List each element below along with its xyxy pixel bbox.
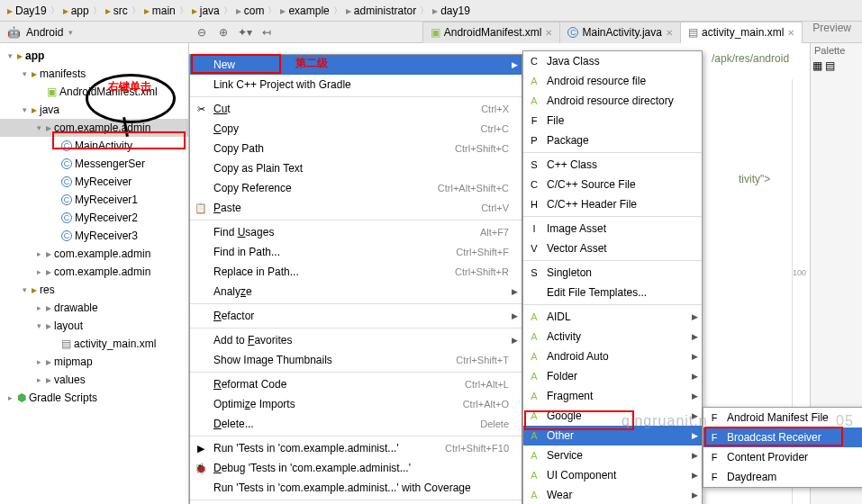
menu-icon: S (528, 266, 540, 279)
menu-item[interactable]: FAndroid Manifest File (703, 408, 862, 428)
menu-item[interactable]: Optimize ImportsCtrl+Alt+O (190, 394, 522, 414)
crumb-7[interactable]: ▸administrator (344, 4, 418, 17)
menu-item[interactable]: Find UsagesAlt+F7 (190, 222, 522, 242)
tree-class[interactable]: CMessengerSer (0, 155, 188, 173)
menu-item[interactable]: AWear▶ (523, 485, 702, 504)
module-selector[interactable]: Android (26, 26, 63, 39)
menu-item[interactable]: AFragment▶ (523, 386, 702, 406)
tree-package[interactable]: ▸▸com.example.admin (0, 245, 188, 263)
tab-activity-main[interactable]: ▤activity_main.xml✕ (680, 22, 803, 43)
crumb-4[interactable]: ▸java (190, 4, 222, 17)
menu-item[interactable]: AGoogle▶ (523, 406, 702, 426)
menu-item[interactable]: VVector Asset (523, 238, 702, 258)
crumb-1[interactable]: ▸app (61, 4, 91, 17)
menu-item[interactable]: 📋PasteCtrl+V (190, 198, 522, 218)
crumb-0[interactable]: ▸Day19 (5, 4, 49, 17)
menu-icon: A (528, 489, 540, 501)
menu-item[interactable]: Run 'Tests in 'com.example.administ...' … (190, 478, 522, 498)
menu-item[interactable]: Copy ReferenceCtrl+Alt+Shift+C (190, 178, 522, 198)
tab-manifest[interactable]: ▣AndroidManifest.xml✕ (422, 22, 561, 43)
tree-class[interactable]: CMyReceiver (0, 173, 188, 191)
list-icon[interactable]: ▤ (825, 59, 835, 72)
menu-item[interactable]: CJava Class (523, 51, 702, 71)
tree-values[interactable]: ▸▸values (0, 371, 188, 389)
menu-item[interactable]: FContent Provider (703, 447, 862, 467)
menu-item[interactable]: CC/C++ Source File (523, 175, 702, 194)
breadcrumb: ▸Day19〉 ▸app〉 ▸src〉 ▸main〉 ▸java〉 ▸com〉 … (0, 0, 862, 22)
menu-icon: A (528, 449, 540, 462)
tree-package[interactable]: ▾▸com.example.admin (0, 119, 188, 137)
menu-item[interactable]: Replace in Path...Ctrl+Shift+R (190, 262, 522, 282)
crumb-6[interactable]: ▸example (278, 4, 331, 17)
menu-item[interactable]: FBroadcast Receiver (703, 428, 862, 447)
crumb-8[interactable]: ▸day19 (431, 4, 472, 17)
menu-item[interactable]: Edit File Templates... (523, 283, 702, 302)
settings-icon[interactable]: ✦▾ (238, 25, 252, 40)
menu-item[interactable]: 🐞Debug 'Tests in 'com.example.administ..… (190, 458, 522, 478)
menu-item[interactable]: Copy as Plain Text (190, 158, 522, 178)
crumb-5[interactable]: ▸com (234, 4, 267, 17)
tree-java[interactable]: ▾▸java (0, 101, 188, 119)
crumb-2[interactable]: ▸src (104, 4, 130, 17)
menu-item[interactable]: ✂CutCtrl+X (190, 99, 522, 119)
tree-class[interactable]: CMyReceiver3 (0, 227, 188, 245)
tree-manifest-file[interactable]: ▣AndroidManifest.xml (0, 83, 188, 101)
menu-item[interactable]: CopyCtrl+C (190, 119, 522, 139)
menu-item[interactable]: Refactor▶ (190, 306, 522, 326)
menu-item[interactable]: New▶ (190, 55, 522, 75)
menu-item[interactable]: AAIDL▶ (523, 307, 702, 327)
menu-icon: F (708, 411, 721, 424)
tree-gradle[interactable]: ▸⬢Gradle Scripts (0, 389, 188, 407)
menu-item[interactable]: AOther▶ (523, 426, 702, 446)
menu-item[interactable]: AService▶ (523, 446, 702, 465)
tab-mainactivity[interactable]: CMainActivity.java✕ (559, 22, 680, 43)
menu-item[interactable]: AFolder▶ (523, 366, 702, 386)
tree-class[interactable]: CMyReceiver1 (0, 191, 188, 209)
close-icon[interactable]: ✕ (787, 28, 794, 38)
menu-item[interactable]: SC++ Class (523, 155, 702, 175)
menu-item[interactable]: IImage Asset (523, 219, 702, 238)
tree-drawable[interactable]: ▸▸drawable (0, 299, 188, 317)
class-icon: C (61, 230, 72, 241)
tree-res[interactable]: ▾▸res (0, 281, 188, 299)
tree-layout[interactable]: ▾▸layout (0, 317, 188, 335)
tree-app[interactable]: ▾▸app (0, 47, 188, 65)
class-icon: C (61, 140, 72, 151)
tree-layout-file[interactable]: ▤activity_main.xml (0, 335, 188, 353)
tree-mipmap[interactable]: ▸▸mipmap (0, 353, 188, 371)
android-icon: ▣ (47, 86, 57, 98)
menu-item[interactable]: ▶Run 'Tests in 'com.example.administ...'… (190, 438, 522, 458)
menu-item[interactable]: Delete...Delete (190, 414, 522, 434)
collapse-icon[interactable]: ⊖ (195, 25, 209, 40)
menu-item[interactable]: AActivity▶ (523, 327, 702, 346)
hide-icon[interactable]: ↤ (259, 25, 274, 40)
tree-manifests[interactable]: ▾▸manifests (0, 65, 188, 83)
menu-item[interactable]: SSingleton (523, 263, 702, 283)
menu-item[interactable]: Find in Path...Ctrl+Shift+F (190, 242, 522, 262)
tree-class[interactable]: CMainActivity (0, 137, 188, 155)
grid-icon[interactable]: ▦ (812, 59, 822, 72)
menu-item[interactable]: Copy PathCtrl+Shift+C (190, 139, 522, 158)
close-icon[interactable]: ✕ (545, 28, 552, 38)
dropdown-icon[interactable]: ▾ (68, 28, 73, 37)
menu-item[interactable]: AAndroid Auto▶ (523, 346, 702, 366)
tree-package[interactable]: ▸▸com.example.admin (0, 263, 188, 281)
menu-item[interactable]: PPackage (523, 130, 702, 150)
menu-item[interactable]: FFile (523, 111, 702, 130)
tree-class[interactable]: CMyReceiver2 (0, 209, 188, 227)
crumb-3[interactable]: ▸main (142, 4, 177, 17)
menu-item[interactable]: HC/C++ Header File (523, 194, 702, 214)
menu-icon: 📋 (195, 202, 207, 214)
close-icon[interactable]: ✕ (666, 28, 673, 38)
menu-item[interactable]: Reformat CodeCtrl+Alt+L (190, 374, 522, 394)
menu-item[interactable]: Analyze▶ (190, 282, 522, 302)
menu-item[interactable]: AAndroid resource file (523, 71, 702, 91)
menu-item[interactable]: AAndroid resource directory (523, 91, 702, 111)
menu-item[interactable]: Add to Favorites▶ (190, 330, 522, 350)
expand-icon[interactable]: ⊕ (216, 25, 231, 40)
preview-toggle[interactable]: Preview (802, 22, 862, 43)
menu-item[interactable]: Show Image ThumbnailsCtrl+Shift+T (190, 350, 522, 370)
menu-item[interactable]: Link C++ Project with Gradle (190, 75, 522, 94)
menu-item[interactable]: AUI Component▶ (523, 465, 702, 485)
menu-item[interactable]: FDaydream (703, 467, 862, 487)
